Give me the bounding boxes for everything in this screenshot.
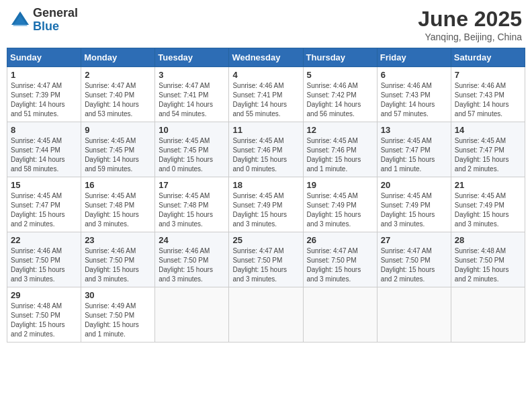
day-number: 6 <box>381 70 447 80</box>
calendar-cell: 23Sunrise: 4:46 AM Sunset: 7:50 PM Dayli… <box>81 232 155 287</box>
day-number: 7 <box>455 70 521 80</box>
calendar-cell: 13Sunrise: 4:45 AM Sunset: 7:47 PM Dayli… <box>377 122 451 177</box>
day-info: Sunrise: 4:45 AM Sunset: 7:44 PM Dayligh… <box>11 136 77 174</box>
day-number: 18 <box>232 180 299 190</box>
day-number: 11 <box>232 125 299 135</box>
day-info: Sunrise: 4:45 AM Sunset: 7:45 PM Dayligh… <box>159 136 225 174</box>
logo-text: General Blue <box>33 7 78 34</box>
day-number: 25 <box>232 235 299 245</box>
day-info: Sunrise: 4:45 AM Sunset: 7:49 PM Dayligh… <box>232 191 299 229</box>
day-number: 23 <box>85 235 151 245</box>
day-info: Sunrise: 4:47 AM Sunset: 7:50 PM Dayligh… <box>381 246 447 284</box>
day-number: 21 <box>455 180 521 190</box>
day-info: Sunrise: 4:46 AM Sunset: 7:43 PM Dayligh… <box>455 81 521 119</box>
day-number: 15 <box>11 180 77 190</box>
day-info: Sunrise: 4:45 AM Sunset: 7:47 PM Dayligh… <box>381 136 447 174</box>
day-info: Sunrise: 4:46 AM Sunset: 7:43 PM Dayligh… <box>381 81 447 119</box>
calendar-cell <box>451 287 525 342</box>
calendar-body: 1Sunrise: 4:47 AM Sunset: 7:39 PM Daylig… <box>7 67 525 342</box>
day-number: 4 <box>232 70 299 80</box>
day-number: 12 <box>307 125 373 135</box>
day-number: 22 <box>11 235 77 245</box>
day-info: Sunrise: 4:46 AM Sunset: 7:50 PM Dayligh… <box>159 246 225 284</box>
day-number: 14 <box>455 125 521 135</box>
day-number: 30 <box>85 290 151 300</box>
day-info: Sunrise: 4:46 AM Sunset: 7:41 PM Dayligh… <box>232 81 299 119</box>
day-info: Sunrise: 4:46 AM Sunset: 7:42 PM Dayligh… <box>307 81 373 119</box>
day-info: Sunrise: 4:47 AM Sunset: 7:39 PM Dayligh… <box>11 81 77 119</box>
day-number: 3 <box>159 70 225 80</box>
day-info: Sunrise: 4:45 AM Sunset: 7:49 PM Dayligh… <box>307 191 373 229</box>
day-number: 29 <box>11 290 77 300</box>
calendar-cell: 18Sunrise: 4:45 AM Sunset: 7:49 PM Dayli… <box>229 177 303 232</box>
week-row-1: 1Sunrise: 4:47 AM Sunset: 7:39 PM Daylig… <box>7 67 525 122</box>
calendar-cell: 21Sunrise: 4:45 AM Sunset: 7:49 PM Dayli… <box>451 177 525 232</box>
day-info: Sunrise: 4:48 AM Sunset: 7:50 PM Dayligh… <box>11 302 77 339</box>
week-row-3: 15Sunrise: 4:45 AM Sunset: 7:47 PM Dayli… <box>7 177 525 232</box>
day-info: Sunrise: 4:45 AM Sunset: 7:47 PM Dayligh… <box>11 191 77 229</box>
day-info: Sunrise: 4:45 AM Sunset: 7:48 PM Dayligh… <box>85 191 151 229</box>
weekday-header-wednesday: Wednesday <box>229 48 303 67</box>
calendar-cell: 6Sunrise: 4:46 AM Sunset: 7:43 PM Daylig… <box>377 67 451 122</box>
week-row-5: 29Sunrise: 4:48 AM Sunset: 7:50 PM Dayli… <box>7 287 525 342</box>
calendar-cell: 29Sunrise: 4:48 AM Sunset: 7:50 PM Dayli… <box>7 287 81 342</box>
day-info: Sunrise: 4:46 AM Sunset: 7:50 PM Dayligh… <box>11 246 77 284</box>
day-number: 26 <box>307 235 373 245</box>
calendar-cell: 28Sunrise: 4:48 AM Sunset: 7:50 PM Dayli… <box>451 232 525 287</box>
calendar-cell: 3Sunrise: 4:47 AM Sunset: 7:41 PM Daylig… <box>155 67 229 122</box>
weekday-header-friday: Friday <box>377 48 451 67</box>
day-info: Sunrise: 4:45 AM Sunset: 7:46 PM Dayligh… <box>232 136 299 174</box>
calendar-cell: 27Sunrise: 4:47 AM Sunset: 7:50 PM Dayli… <box>377 232 451 287</box>
calendar-cell: 14Sunrise: 4:45 AM Sunset: 7:47 PM Dayli… <box>451 122 525 177</box>
calendar-cell: 19Sunrise: 4:45 AM Sunset: 7:49 PM Dayli… <box>303 177 377 232</box>
calendar-cell <box>155 287 229 342</box>
logo-icon <box>10 10 30 30</box>
weekday-header-thursday: Thursday <box>303 48 377 67</box>
title-block: June 2025 Yanqing, Beijing, China <box>418 7 522 42</box>
month-title: June 2025 <box>418 7 522 32</box>
calendar: SundayMondayTuesdayWednesdayThursdayFrid… <box>7 48 525 342</box>
day-info: Sunrise: 4:47 AM Sunset: 7:50 PM Dayligh… <box>307 246 373 284</box>
day-info: Sunrise: 4:45 AM Sunset: 7:46 PM Dayligh… <box>307 136 373 174</box>
calendar-cell: 26Sunrise: 4:47 AM Sunset: 7:50 PM Dayli… <box>303 232 377 287</box>
calendar-cell: 22Sunrise: 4:46 AM Sunset: 7:50 PM Dayli… <box>7 232 81 287</box>
weekday-header-sunday: Sunday <box>7 48 81 67</box>
calendar-cell: 16Sunrise: 4:45 AM Sunset: 7:48 PM Dayli… <box>81 177 155 232</box>
day-number: 27 <box>381 235 447 245</box>
calendar-cell: 24Sunrise: 4:46 AM Sunset: 7:50 PM Dayli… <box>155 232 229 287</box>
calendar-cell <box>229 287 303 342</box>
day-number: 9 <box>85 125 151 135</box>
day-number: 16 <box>85 180 151 190</box>
calendar-cell: 25Sunrise: 4:47 AM Sunset: 7:50 PM Dayli… <box>229 232 303 287</box>
calendar-cell: 15Sunrise: 4:45 AM Sunset: 7:47 PM Dayli… <box>7 177 81 232</box>
weekday-header-monday: Monday <box>81 48 155 67</box>
day-info: Sunrise: 4:47 AM Sunset: 7:41 PM Dayligh… <box>159 81 225 119</box>
day-number: 10 <box>159 125 225 135</box>
week-row-4: 22Sunrise: 4:46 AM Sunset: 7:50 PM Dayli… <box>7 232 525 287</box>
calendar-cell: 7Sunrise: 4:46 AM Sunset: 7:43 PM Daylig… <box>451 67 525 122</box>
calendar-cell: 17Sunrise: 4:45 AM Sunset: 7:48 PM Dayli… <box>155 177 229 232</box>
day-info: Sunrise: 4:47 AM Sunset: 7:40 PM Dayligh… <box>85 81 151 119</box>
calendar-cell: 1Sunrise: 4:47 AM Sunset: 7:39 PM Daylig… <box>7 67 81 122</box>
calendar-cell: 9Sunrise: 4:45 AM Sunset: 7:45 PM Daylig… <box>81 122 155 177</box>
day-info: Sunrise: 4:49 AM Sunset: 7:50 PM Dayligh… <box>85 302 151 339</box>
day-number: 17 <box>159 180 225 190</box>
day-number: 24 <box>159 235 225 245</box>
day-number: 20 <box>381 180 447 190</box>
calendar-cell: 2Sunrise: 4:47 AM Sunset: 7:40 PM Daylig… <box>81 67 155 122</box>
day-number: 13 <box>381 125 447 135</box>
calendar-cell <box>303 287 377 342</box>
day-info: Sunrise: 4:45 AM Sunset: 7:49 PM Dayligh… <box>381 191 447 229</box>
weekday-header-saturday: Saturday <box>451 48 525 67</box>
day-number: 2 <box>85 70 151 80</box>
day-info: Sunrise: 4:45 AM Sunset: 7:48 PM Dayligh… <box>159 191 225 229</box>
day-info: Sunrise: 4:45 AM Sunset: 7:47 PM Dayligh… <box>455 136 521 174</box>
calendar-cell: 11Sunrise: 4:45 AM Sunset: 7:46 PM Dayli… <box>229 122 303 177</box>
day-number: 5 <box>307 70 373 80</box>
calendar-cell: 30Sunrise: 4:49 AM Sunset: 7:50 PM Dayli… <box>81 287 155 342</box>
calendar-cell: 12Sunrise: 4:45 AM Sunset: 7:46 PM Dayli… <box>303 122 377 177</box>
day-info: Sunrise: 4:45 AM Sunset: 7:45 PM Dayligh… <box>85 136 151 174</box>
day-number: 19 <box>307 180 373 190</box>
calendar-cell: 20Sunrise: 4:45 AM Sunset: 7:49 PM Dayli… <box>377 177 451 232</box>
calendar-cell: 5Sunrise: 4:46 AM Sunset: 7:42 PM Daylig… <box>303 67 377 122</box>
